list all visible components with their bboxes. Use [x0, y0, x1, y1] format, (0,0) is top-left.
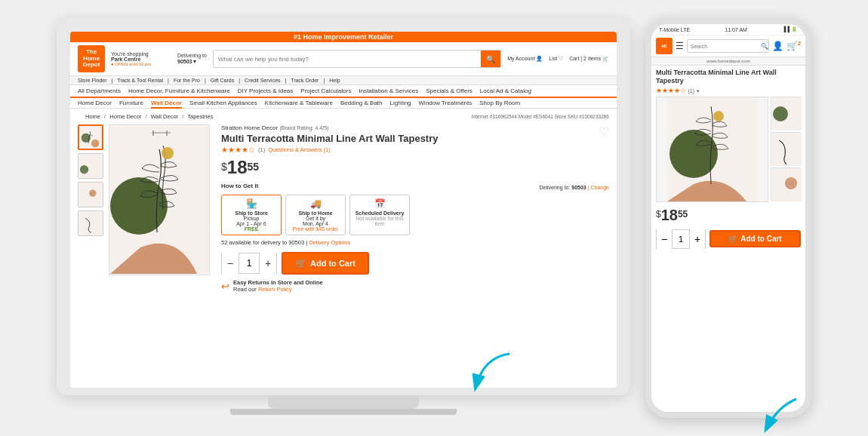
brand-name[interactable]: Stratton Home Decor (Brand Rating: 4.4/5… — [221, 124, 439, 131]
phone-url-bar: www.homedepot.com — [651, 57, 805, 66]
phone-header-icons: 👤 🛒2 — [772, 41, 801, 51]
home-delivery-icon: 🚚 — [290, 198, 341, 209]
qa-link[interactable]: Questions & Answers (1) — [268, 146, 331, 153]
phone-thumb-1[interactable] — [771, 97, 801, 130]
phone-status-bar: T-Mobile LTE 11:07 AM ▐▐ 🔋 — [651, 24, 805, 35]
phone-price-section: $1855 — [651, 202, 805, 226]
subnav-small-kitchen[interactable]: Small Kitchen Appliances — [189, 100, 257, 106]
phone-logo-text: HD — [661, 44, 666, 48]
phone-qty-decrease[interactable]: − — [657, 229, 672, 249]
main-product-image — [109, 124, 210, 275]
sep3: | — [205, 78, 206, 83]
subnav-lighting[interactable]: Lighting — [390, 100, 411, 106]
qty-decrease-button[interactable]: − — [222, 253, 239, 274]
phone-price-symbol: $ — [656, 209, 661, 220]
phone-tapestry-image — [667, 97, 758, 201]
list-link[interactable]: List ♡ — [549, 56, 563, 62]
thumbnail-4[interactable] — [78, 210, 103, 236]
phone-price-cents: 55 — [678, 209, 688, 220]
phone-thumb-3[interactable] — [771, 167, 801, 201]
phone-add-to-cart-button[interactable]: 🛒 Add to Cart — [709, 230, 801, 247]
header: TheHomeDepot You're shopping Park Centre… — [70, 42, 617, 76]
tapestry-image — [110, 127, 208, 274]
cat-calculators[interactable]: Project Calculators — [300, 88, 351, 94]
phone-search-input[interactable] — [688, 40, 760, 52]
utility-nav: Store Finder | Track & Tool Rental | For… — [70, 76, 617, 85]
subnav-window[interactable]: Window Treatments — [419, 100, 472, 106]
utility-credit[interactable]: Credit Services — [245, 78, 280, 83]
utility-pro[interactable]: For the Pro — [174, 78, 200, 83]
price-symbol: $ — [221, 161, 227, 173]
cat-home-decor[interactable]: Home Decor, Furniture & Kitchenware — [128, 88, 230, 94]
return-policy-link[interactable]: Return Policy — [258, 286, 292, 293]
shopping-at-label: You're shopping — [111, 51, 171, 57]
thumbnail-list — [78, 124, 105, 275]
utility-track-order[interactable]: Track Order — [291, 78, 319, 83]
subnav-shop-room[interactable]: Shop By Room — [479, 100, 520, 106]
utility-gift-cards[interactable]: Gift Cards — [211, 78, 235, 83]
thumbnail-1[interactable] — [78, 124, 103, 150]
subnav-bedding[interactable]: Bedding & Bath — [340, 100, 383, 106]
store-open: ● OPEN until 10 pm — [111, 62, 171, 66]
wishlist-heart[interactable]: ♡ — [599, 124, 609, 139]
delivery-options: 🏪 Ship to Store PickupApr 1 - Apr 6 FREE… — [221, 195, 609, 235]
search-input[interactable] — [214, 51, 481, 67]
ship-to-home-option[interactable]: 🚚 Ship to Home Get it byMon, Apr 4 Free … — [285, 195, 346, 235]
sep1: | — [112, 78, 113, 83]
phone-cart-icon[interactable]: 🛒2 — [786, 41, 801, 51]
top-banner: #1 Home Improvement Retailer — [70, 32, 617, 42]
subnav-home-decor[interactable]: Home Decor — [78, 100, 112, 106]
subnav-wall-decor[interactable]: Wall Decor — [151, 100, 182, 109]
phone-review-count[interactable]: (1) — [688, 88, 695, 94]
breadcrumb: Home / Home Decor / Wall Decor / Tapestr… — [78, 110, 220, 123]
image-gallery — [78, 124, 214, 275]
breadcrumb-wall-decor[interactable]: Wall Decor — [151, 113, 178, 120]
search-bar[interactable]: 🔍 — [213, 50, 501, 68]
svg-point-4 — [80, 165, 88, 173]
utility-help[interactable]: Help — [329, 78, 340, 83]
ship-to-store-option[interactable]: 🏪 Ship to Store PickupApr 1 - Apr 6 FREE — [221, 195, 282, 235]
svg-point-1 — [82, 134, 91, 143]
deliver-zip: 90503 — [177, 59, 192, 64]
product-title: Multi Terracotta Minimal Line Art Wall T… — [221, 133, 439, 144]
cat-all-dept[interactable]: All Departments — [78, 88, 121, 94]
brand-section: Stratton Home Decor (Brand Rating: 4.4/5… — [221, 124, 439, 154]
phone-user-icon[interactable]: 👤 — [772, 41, 783, 51]
breadcrumb-home-decor[interactable]: Home Decor — [109, 113, 141, 120]
ship-to-store-label: Ship to Store — [226, 210, 277, 216]
phone-qty-increase[interactable]: + — [690, 229, 705, 249]
breadcrumb-home[interactable]: Home — [85, 113, 100, 120]
change-zip-link[interactable]: | Change — [588, 185, 609, 190]
search-button[interactable]: 🔍 — [481, 51, 500, 67]
cat-local-ad[interactable]: Local Ad & Catalog — [480, 88, 531, 94]
add-to-cart-button[interactable]: 🛒 Add to Cart — [282, 252, 369, 275]
product-model-info: Internet #316962544 Model #ES6041 Store … — [472, 114, 609, 119]
subnav-furniture[interactable]: Furniture — [119, 100, 143, 106]
my-account-link[interactable]: My Account 👤 — [507, 56, 543, 62]
laptop-arrow-annotation — [468, 350, 513, 395]
phone-hd-logo: HD — [656, 38, 673, 54]
phone-thumb-2[interactable] — [771, 132, 801, 165]
scheduled-delivery-option[interactable]: 📅 Scheduled Delivery Not available for t… — [349, 195, 410, 235]
thumbnail-2[interactable] — [78, 153, 103, 179]
delivery-options-link[interactable]: Delivery Options — [309, 239, 350, 246]
utility-track-tool[interactable]: Track & Tool Rental — [117, 78, 163, 83]
phone-cart-btn-icon: 🛒 — [728, 235, 737, 243]
ship-to-home-label: Ship to Home — [290, 210, 341, 216]
phone-product-images — [651, 97, 805, 202]
thumbnail-3[interactable] — [78, 182, 103, 207]
category-nav: All Departments Home Decor, Furniture & … — [70, 85, 617, 98]
utility-store-finder[interactable]: Store Finder — [78, 78, 107, 83]
qty-increase-button[interactable]: + — [260, 253, 276, 274]
cart-icon: 🛒 — [295, 258, 306, 269]
cat-diy[interactable]: DIY Projects & Ideas — [238, 88, 294, 94]
laptop-body: #1 Home Improvement Retailer TheHomeDepo… — [57, 18, 630, 395]
subnav-kitchenware[interactable]: Kitchenware & Tableware — [265, 100, 333, 106]
cat-specials[interactable]: Specials & Offers — [426, 88, 472, 94]
cart-link[interactable]: Cart | 2 Items 🛒 — [569, 56, 609, 62]
cat-installation[interactable]: Installation & Services — [359, 88, 418, 94]
review-count[interactable]: (1) — [258, 146, 265, 153]
phone-search-button[interactable]: 🔍 — [760, 40, 768, 52]
phone-search-bar[interactable]: 🔍 — [687, 39, 769, 53]
phone-menu-icon[interactable]: ☰ — [676, 41, 684, 51]
